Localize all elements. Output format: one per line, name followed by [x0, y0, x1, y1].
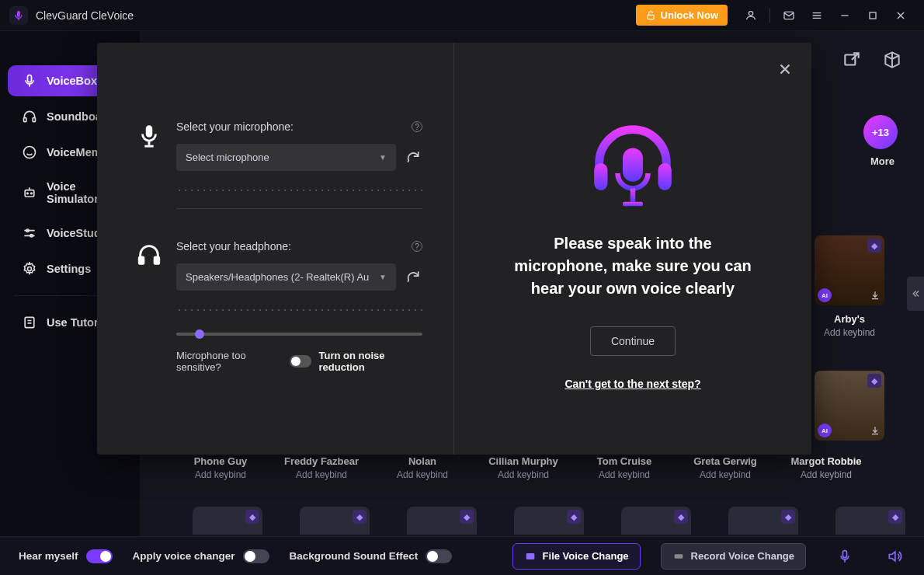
svg-rect-29 — [630, 189, 636, 202]
voice-grid-row: ◆ ◆ ◆ ◆ ◆ ◆ ◆ — [189, 507, 908, 536]
voice-keybind[interactable]: Add keybind — [272, 469, 371, 480]
premium-icon: ◆ — [460, 510, 474, 524]
chevron-down-icon: ▼ — [379, 273, 387, 281]
refresh-icon[interactable] — [405, 269, 422, 286]
modal-message: Please speak into the microphone, make s… — [509, 232, 757, 300]
voice-card[interactable]: Margot RobbieAdd keybind — [776, 455, 876, 480]
help-link[interactable]: Can't get to the next step? — [564, 378, 700, 390]
premium-icon: ◆ — [674, 510, 688, 524]
volume-slider[interactable] — [176, 333, 422, 336]
refresh-icon[interactable] — [405, 149, 422, 166]
premium-icon: ◆ — [867, 239, 881, 253]
voice-keybind[interactable]: Add keybind — [474, 469, 573, 480]
voice-card[interactable]: Phone GuyAdd keybind — [171, 455, 270, 480]
modal-left: Select your microphone:? Select micropho… — [97, 43, 454, 455]
expand-tab[interactable] — [907, 277, 924, 311]
record-voice-change-button[interactable]: Record Voice Change — [661, 543, 806, 570]
toggle-switch[interactable] — [86, 549, 113, 563]
voice-grid: Phone GuyAdd keybind Freddy FazbearAdd k… — [171, 455, 908, 500]
speaker-icon[interactable] — [884, 545, 905, 567]
unlock-button[interactable]: Unlock Now — [636, 5, 728, 26]
svg-rect-5 — [870, 12, 876, 19]
popout-icon[interactable] — [842, 50, 862, 70]
voice-name: Greta Gerwig — [676, 455, 775, 467]
svg-rect-17 — [845, 55, 855, 65]
svg-rect-25 — [155, 257, 159, 264]
voice-keybind[interactable]: Add keybind — [171, 469, 270, 480]
toggle-switch[interactable] — [243, 549, 269, 563]
voice-card[interactable]: Cillian MurphyAdd keybind — [474, 455, 573, 480]
svg-rect-24 — [139, 257, 144, 264]
voice-card[interactable]: ◆ AI — [800, 371, 899, 448]
voice-thumb: ◆ AI — [815, 371, 884, 441]
svg-rect-1 — [18, 18, 19, 20]
voice-card[interactable]: Greta GerwigAdd keybind — [676, 455, 775, 480]
sensitive-label: Microphone too sensitive? — [176, 350, 282, 373]
svg-rect-0 — [17, 11, 20, 17]
voice-keybind[interactable]: Add keybind — [676, 469, 775, 480]
download-icon[interactable] — [869, 290, 881, 302]
voice-thumb[interactable]: ◆ — [621, 507, 691, 535]
continue-button[interactable]: Continue — [590, 326, 676, 356]
close-icon[interactable] — [774, 58, 796, 80]
menu-icon[interactable] — [806, 5, 828, 26]
mic-label: Select your microphone:? — [176, 120, 422, 133]
more-badge[interactable]: +13 — [863, 115, 898, 149]
voice-card[interactable]: ◆ AI Arby's Add keybind — [800, 235, 899, 338]
headphones-icon — [136, 242, 162, 268]
maximize-icon[interactable] — [862, 5, 884, 26]
sidebar-label: VoiceBox — [47, 75, 97, 87]
voice-name: Nolan — [373, 455, 472, 467]
setup-modal: Select your microphone:? Select micropho… — [97, 43, 811, 455]
toggle-switch[interactable] — [426, 549, 452, 563]
mic-select[interactable]: Select microphone▼ — [176, 144, 396, 171]
premium-icon: ◆ — [245, 510, 259, 524]
account-icon[interactable] — [740, 5, 762, 26]
close-icon[interactable] — [890, 5, 912, 26]
sliders-icon — [22, 225, 37, 241]
voice-thumb[interactable]: ◆ — [514, 507, 584, 535]
noise-toggle[interactable] — [290, 355, 311, 368]
apply-voice-changer-toggle[interactable]: Apply voice changer — [133, 549, 269, 563]
headphone-select[interactable]: Speakers/Headphones (2- Realtek(R) Au▼ — [176, 263, 396, 291]
premium-icon: ◆ — [888, 510, 902, 524]
mic-icon[interactable] — [834, 545, 856, 567]
doc-icon — [22, 315, 37, 330]
voice-thumb[interactable]: ◆ — [728, 507, 798, 535]
file-voice-change-button[interactable]: File Voice Change — [512, 543, 641, 570]
minimize-icon[interactable] — [834, 5, 856, 26]
voice-keybind[interactable]: Add keybind — [800, 327, 899, 338]
voice-keybind[interactable]: Add keybind — [373, 469, 472, 480]
dice-icon[interactable] — [882, 50, 902, 70]
voice-card[interactable]: Freddy FazbearAdd keybind — [272, 455, 371, 480]
toggle-label: Hear myself — [19, 550, 78, 562]
svg-rect-2 — [648, 15, 654, 19]
svg-rect-23 — [144, 145, 153, 148]
voice-thumb[interactable]: ◆ — [193, 507, 262, 535]
voice-keybind[interactable]: Add keybind — [776, 469, 876, 480]
voice-card[interactable]: NolanAdd keybind — [373, 455, 472, 480]
svg-rect-20 — [843, 550, 847, 557]
download-icon[interactable] — [869, 425, 881, 437]
button-label: Continue — [611, 335, 655, 347]
level-meter — [176, 185, 422, 191]
info-icon[interactable]: ? — [412, 241, 422, 252]
bg-sound-toggle[interactable]: Background Sound Effect — [290, 549, 453, 563]
toggle-label: Background Sound Effect — [290, 550, 419, 562]
select-value: Speakers/Headphones (2- Realtek(R) Au — [186, 271, 369, 283]
button-label: File Voice Change — [543, 550, 629, 562]
sidebar-label: Settings — [47, 263, 91, 275]
headphones-icon — [22, 109, 37, 124]
mic-icon — [22, 73, 37, 89]
toggle-label: Apply voice changer — [133, 550, 235, 562]
voice-card[interactable]: Tom CruiseAdd keybind — [575, 455, 674, 480]
svg-rect-19 — [674, 554, 683, 558]
voice-keybind[interactable]: Add keybind — [575, 469, 674, 480]
smile-icon — [22, 145, 37, 160]
hear-myself-toggle[interactable]: Hear myself — [19, 549, 113, 563]
voice-thumb[interactable]: ◆ — [300, 507, 370, 535]
info-icon[interactable]: ? — [412, 121, 422, 132]
voice-thumb[interactable]: ◆ — [407, 507, 477, 535]
voice-thumb[interactable]: ◆ — [835, 507, 905, 535]
mail-icon[interactable] — [778, 5, 800, 26]
